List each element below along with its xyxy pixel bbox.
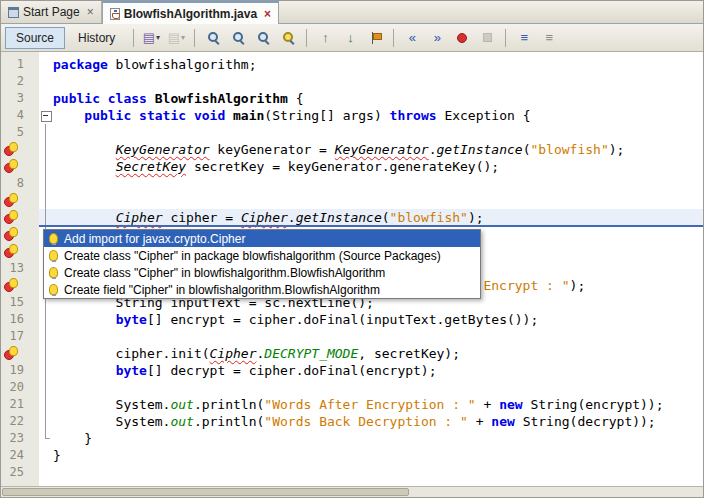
line-number[interactable]: 21	[1, 396, 39, 413]
last-edited-button[interactable]: ▤▾	[139, 27, 163, 49]
close-tab-icon[interactable]: ×	[264, 8, 271, 20]
line-number[interactable]: 13	[1, 260, 39, 277]
code-line-5[interactable]: 5	[1, 124, 703, 141]
gutter-annotation[interactable]	[1, 226, 39, 243]
history-view-button[interactable]: History	[67, 27, 126, 49]
line-number[interactable]: 25	[1, 464, 39, 481]
gutter-annotation[interactable]	[1, 158, 39, 175]
fold-column	[39, 464, 53, 481]
fold-column	[39, 413, 53, 430]
gutter-annotation[interactable]	[1, 277, 39, 294]
gutter-annotation[interactable]	[1, 243, 39, 260]
next-bookmark-button[interactable]: ↓	[338, 27, 362, 49]
previous-bookmark-button[interactable]: ↑	[313, 27, 337, 49]
code-line-18[interactable]: cipher.init(Cipher.DECRYPT_MODE, secretK…	[1, 345, 703, 362]
netbeans-editor-window: Start Page × BlowfishAlgorithm.java × So…	[0, 0, 704, 498]
error-hint-icon[interactable]	[4, 142, 18, 156]
error-hint-icon[interactable]	[4, 210, 18, 224]
scrollbar-thumb[interactable]	[2, 488, 409, 496]
code-line-7[interactable]: SecretKey secretKey = keyGenerator.gener…	[1, 158, 703, 175]
toolbar-separator	[505, 29, 506, 47]
code-line-17[interactable]: 17	[1, 328, 703, 345]
line-number[interactable]: 16	[1, 311, 39, 328]
line-number[interactable]: 17	[1, 328, 39, 345]
code-line-8[interactable]: 8	[1, 175, 703, 192]
code-text: public static void main(String[] args) t…	[53, 107, 703, 124]
code-line-9[interactable]	[1, 192, 703, 209]
find-selection-button[interactable]	[201, 27, 225, 49]
line-number[interactable]: 20	[1, 379, 39, 396]
hint-item-create-class-in-class[interactable]: Create class "Cipher" in blowfishalgorit…	[44, 264, 480, 281]
comment-icon: ≡	[521, 31, 529, 44]
gutter-annotation[interactable]	[1, 192, 39, 209]
toolbar-separator	[306, 29, 307, 47]
fold-column	[39, 175, 53, 192]
hint-item-create-class-in-package[interactable]: Create class "Cipher" in package blowfis…	[44, 247, 480, 264]
error-hint-icon[interactable]	[4, 346, 18, 360]
hint-item-label: Create field "Cipher" in blowfishalgorit…	[64, 283, 380, 297]
code-line-22[interactable]: 22 System.out.println("Words Back Decryp…	[1, 413, 703, 430]
line-number[interactable]: 3	[1, 90, 39, 107]
hint-item-add-import[interactable]: Add import for javax.crypto.Cipher	[44, 230, 480, 247]
fold-column	[39, 209, 53, 226]
gutter-annotation[interactable]	[1, 345, 39, 362]
find-previous-occurrence-button[interactable]	[251, 27, 275, 49]
tab-start-page[interactable]: Start Page ×	[1, 1, 102, 23]
code-text: }	[53, 430, 703, 447]
stop-macro-recording-button[interactable]	[475, 27, 499, 49]
line-number[interactable]: 1	[1, 56, 39, 73]
uncomment-button[interactable]: ≡	[537, 27, 561, 49]
go-back-button[interactable]: ▤▾	[164, 27, 188, 49]
code-line-23[interactable]: 23 }	[1, 430, 703, 447]
lightbulb-icon	[49, 250, 58, 261]
code-line-6[interactable]: KeyGenerator keyGenerator = KeyGenerator…	[1, 141, 703, 158]
error-hint-icon[interactable]	[4, 244, 18, 258]
line-number[interactable]: 22	[1, 413, 39, 430]
find-next-occurrence-button[interactable]	[226, 27, 250, 49]
go-back-icon: ▤	[168, 31, 180, 44]
code-line-20[interactable]: 20	[1, 379, 703, 396]
code-line-25[interactable]: 25	[1, 464, 703, 481]
line-number[interactable]: 4	[1, 107, 39, 124]
source-view-button[interactable]: Source	[5, 27, 65, 49]
gutter-annotation[interactable]	[1, 141, 39, 158]
line-number[interactable]: 2	[1, 73, 39, 90]
toggle-highlight-search-button[interactable]	[276, 27, 300, 49]
fold-column	[39, 158, 53, 175]
code-line-2[interactable]: 2	[1, 73, 703, 90]
code-line-3[interactable]: 3public class BlowfishAlgorithm {	[1, 90, 703, 107]
lightbulb-icon	[49, 233, 58, 244]
fold-column	[39, 396, 53, 413]
error-hint-icon[interactable]	[4, 278, 18, 292]
line-number[interactable]: 19	[1, 362, 39, 379]
toggle-bookmark-button[interactable]	[363, 27, 387, 49]
error-hint-icon[interactable]	[4, 193, 18, 207]
error-hint-icon[interactable]	[4, 159, 18, 173]
code-line-10[interactable]: Cipher cipher = Cipher.getInstance("blow…	[1, 209, 703, 226]
shift-line-right-button[interactable]: »	[425, 27, 449, 49]
line-number[interactable]: 8	[1, 175, 39, 192]
code-line-4[interactable]: 4 public static void main(String[] args)…	[1, 107, 703, 124]
code-editor[interactable]: 1package blowfishalgorithm;23public clas…	[1, 52, 703, 486]
code-line-19[interactable]: 19 byte[] decrypt = cipher.doFinal(encry…	[1, 362, 703, 379]
code-line-1[interactable]: 1package blowfishalgorithm;	[1, 56, 703, 73]
line-number[interactable]: 5	[1, 124, 39, 141]
shift-line-left-button[interactable]: «	[400, 27, 424, 49]
tab-blowfishalgorithm-java[interactable]: BlowfishAlgorithm.java ×	[102, 1, 279, 24]
code-line-16[interactable]: 16 byte[] encrypt = cipher.doFinal(input…	[1, 311, 703, 328]
gutter-annotation[interactable]	[1, 209, 39, 226]
hint-item-create-field[interactable]: Create field "Cipher" in blowfishalgorit…	[44, 281, 480, 298]
horizontal-scrollbar[interactable]	[1, 486, 703, 497]
code-line-24[interactable]: 24}	[1, 447, 703, 464]
line-number[interactable]: 15	[1, 294, 39, 311]
fold-collapse-box[interactable]	[39, 107, 53, 124]
line-number[interactable]: 23	[1, 430, 39, 447]
line-number[interactable]: 24	[1, 447, 39, 464]
start-macro-recording-button[interactable]	[450, 27, 474, 49]
tab-label: BlowfishAlgorithm.java	[124, 7, 257, 21]
comment-button[interactable]: ≡	[512, 27, 536, 49]
error-hint-icon[interactable]	[4, 227, 18, 241]
code-line-21[interactable]: 21 System.out.println("Words After Encry…	[1, 396, 703, 413]
toolbar-separator	[194, 29, 195, 47]
close-tab-icon[interactable]: ×	[87, 6, 94, 18]
